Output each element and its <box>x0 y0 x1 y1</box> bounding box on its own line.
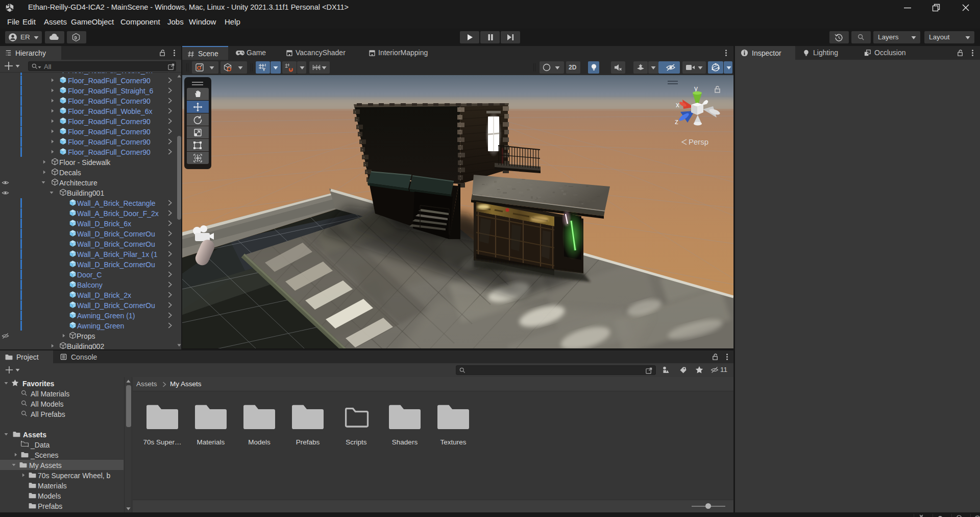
svg-text:x: x <box>676 101 679 109</box>
svg-text:Persp: Persp <box>689 137 708 146</box>
svg-text:y: y <box>694 84 698 92</box>
svg-text:z: z <box>675 118 678 126</box>
svg-text:Y: Y <box>262 67 265 72</box>
